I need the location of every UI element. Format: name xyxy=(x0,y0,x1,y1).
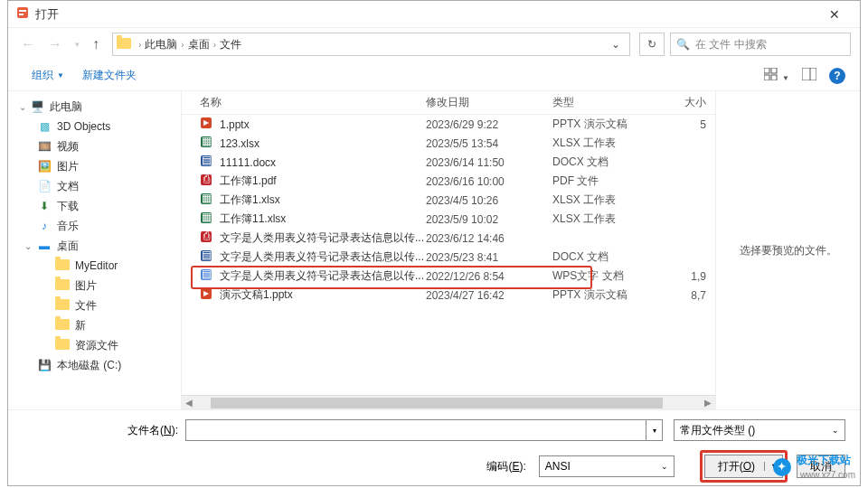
up-button[interactable]: ↑ xyxy=(89,36,103,52)
tree-file[interactable]: 文件 xyxy=(8,296,181,315)
file-size: 1,9 xyxy=(661,270,706,283)
file-row[interactable]: ▤文字是人类用表义符号记录表达信息以传...2023/5/23 8:41DOCX… xyxy=(182,248,715,267)
search-input[interactable]: 🔍 在 文件 中搜索 xyxy=(670,33,851,56)
file-name: 文字是人类用表义符号记录表达信息以传... xyxy=(220,230,426,246)
crumb-root[interactable]: 此电脑 xyxy=(143,37,179,52)
tree-pic2[interactable]: 图片 xyxy=(8,276,181,296)
organize-button[interactable]: 组织▼ xyxy=(23,68,73,83)
svg-text:⎙: ⎙ xyxy=(203,230,211,242)
file-header: 名称 修改日期 类型 大小 xyxy=(182,91,715,115)
filetype-select[interactable]: 常用文件类型 ()⌄ xyxy=(674,419,845,441)
svg-text:▸: ▸ xyxy=(203,117,209,128)
file-type: PPTX 演示文稿 xyxy=(552,117,661,132)
svg-text:▦: ▦ xyxy=(202,211,212,223)
close-button[interactable]: ✕ xyxy=(816,7,853,22)
svg-text:▤: ▤ xyxy=(202,249,212,261)
file-icon: ▸ xyxy=(200,287,214,303)
file-date: 2023/6/29 9:22 xyxy=(426,118,552,131)
filename-dropdown[interactable]: ▾ xyxy=(646,419,663,441)
crumb-desktop[interactable]: 桌面 xyxy=(186,37,212,52)
file-date: 2023/6/12 14:46 xyxy=(426,232,552,245)
tree-3d[interactable]: ▩3D Objects xyxy=(8,117,181,136)
filename-input[interactable] xyxy=(185,419,646,441)
new-folder-button[interactable]: 新建文件夹 xyxy=(73,68,146,83)
file-icon: ▤ xyxy=(200,268,214,284)
refresh-button[interactable]: ↻ xyxy=(639,33,665,56)
tree-pictures[interactable]: 🖼️图片 xyxy=(8,156,181,176)
file-row[interactable]: ▸演示文稿1.pptx2023/4/27 16:42PPTX 演示文稿8,7 xyxy=(182,286,715,305)
col-date[interactable]: 修改日期 xyxy=(426,95,552,110)
file-type: DOCX 文档 xyxy=(552,249,661,265)
file-date: 2023/4/27 16:42 xyxy=(426,289,552,302)
file-type: PPTX 演示文稿 xyxy=(552,287,661,303)
file-name: 工作簿11.xlsx xyxy=(220,211,426,227)
h-scrollbar[interactable]: ◀▶ xyxy=(182,395,715,409)
recent-dropdown[interactable]: ▾ xyxy=(71,40,83,49)
file-name: 123.xlsx xyxy=(220,137,426,150)
svg-text:▦: ▦ xyxy=(202,192,212,204)
file-name: 演示文稿1.pptx xyxy=(220,287,426,303)
file-icon: ▦ xyxy=(200,192,214,208)
svg-rect-5 xyxy=(764,75,769,80)
tree-new[interactable]: 新 xyxy=(8,315,181,335)
file-row[interactable]: ▤11111.docx2023/6/14 11:50DOCX 文档 xyxy=(182,153,715,172)
file-type: XLSX 工作表 xyxy=(552,211,661,227)
col-name[interactable]: 名称 xyxy=(200,95,426,110)
app-icon xyxy=(15,5,30,23)
tree-video[interactable]: 🎞️视频 xyxy=(8,136,181,156)
svg-rect-7 xyxy=(802,68,816,80)
crumb-folder[interactable]: 文件 xyxy=(218,37,243,52)
file-date: 2023/5/9 10:02 xyxy=(426,213,552,226)
tree-documents[interactable]: 📄文档 xyxy=(8,176,181,196)
nav-tree: ⌄🖥️此电脑 ▩3D Objects 🎞️视频 🖼️图片 📄文档 ⬇下载 ♪音乐… xyxy=(8,91,182,409)
file-row[interactable]: ⎙工作簿1.pdf2023/6/16 10:00PDF 文件 xyxy=(182,172,715,191)
tree-pc[interactable]: ⌄🖥️此电脑 xyxy=(8,97,181,117)
file-row[interactable]: ⎙文字是人类用表义符号记录表达信息以传...2023/6/12 14:46 xyxy=(182,229,715,248)
svg-rect-4 xyxy=(771,68,777,73)
encoding-select[interactable]: ANSI⌄ xyxy=(539,455,675,477)
file-date: 2022/12/26 8:54 xyxy=(426,270,552,283)
file-date: 2023/6/16 10:00 xyxy=(426,175,552,188)
file-list: 名称 修改日期 类型 大小 ▸1.pptx2023/6/29 9:22PPTX … xyxy=(182,91,715,409)
open-button[interactable]: 打开(O) ▼ xyxy=(704,455,783,478)
forward-button[interactable]: → xyxy=(44,36,66,52)
watermark-logo-icon: ✦ xyxy=(773,458,791,476)
tree-downloads[interactable]: ⬇下载 xyxy=(8,196,181,216)
window-title: 打开 xyxy=(35,6,816,23)
file-type: PDF 文件 xyxy=(552,174,661,189)
file-date: 2023/5/5 13:54 xyxy=(426,137,552,150)
tree-music[interactable]: ♪音乐 xyxy=(8,216,181,236)
view-icons-button[interactable]: ▼ xyxy=(764,68,789,83)
svg-rect-1 xyxy=(19,10,26,12)
svg-rect-3 xyxy=(764,68,769,73)
filename-label: 文件名(N): xyxy=(23,423,185,438)
col-type[interactable]: 类型 xyxy=(552,95,661,110)
watermark: ✦ 极光下载站www.xz7.com xyxy=(773,453,855,481)
tree-desktop[interactable]: ⌄▬桌面 xyxy=(8,236,181,256)
file-row[interactable]: ▦123.xlsx2023/5/5 13:54XLSX 工作表 xyxy=(182,134,715,153)
breadcrumb[interactable]: › 此电脑 › 桌面 › 文件 ⌄ xyxy=(112,33,630,56)
svg-text:▤: ▤ xyxy=(202,155,212,166)
file-row[interactable]: ▸1.pptx2023/6/29 9:22PPTX 演示文稿5 xyxy=(182,115,715,134)
preview-pane-button[interactable] xyxy=(802,68,816,83)
col-size[interactable]: 大小 xyxy=(661,95,706,110)
file-icon: ▤ xyxy=(200,249,214,265)
file-row[interactable]: ▦工作簿1.xlsx2023/4/5 10:26XLSX 工作表 xyxy=(182,191,715,210)
tree-res[interactable]: 资源文件 xyxy=(8,335,181,355)
breadcrumb-dropdown[interactable]: ⌄ xyxy=(606,38,626,51)
file-icon: ⎙ xyxy=(200,174,214,189)
file-name: 文字是人类用表义符号记录表达信息以传... xyxy=(220,249,426,265)
back-button[interactable]: ← xyxy=(17,36,39,52)
folder-icon xyxy=(117,38,131,52)
help-button[interactable]: ? xyxy=(829,68,845,84)
file-type: XLSX 工作表 xyxy=(552,136,661,151)
file-row[interactable]: ▤文字是人类用表义符号记录表达信息以传...2022/12/26 8:54WPS… xyxy=(182,267,715,286)
search-icon: 🔍 xyxy=(676,38,690,51)
tree-cdrive[interactable]: 💾本地磁盘 (C:) xyxy=(8,355,181,375)
file-icon: ▤ xyxy=(200,155,214,170)
file-row[interactable]: ▦工作簿11.xlsx2023/5/9 10:02XLSX 工作表 xyxy=(182,210,715,229)
file-type: WPS文字 文档 xyxy=(552,268,661,284)
tree-myeditor[interactable]: MyEditor xyxy=(8,256,181,276)
file-name: 11111.docx xyxy=(220,156,426,169)
file-size: 5 xyxy=(661,118,706,131)
